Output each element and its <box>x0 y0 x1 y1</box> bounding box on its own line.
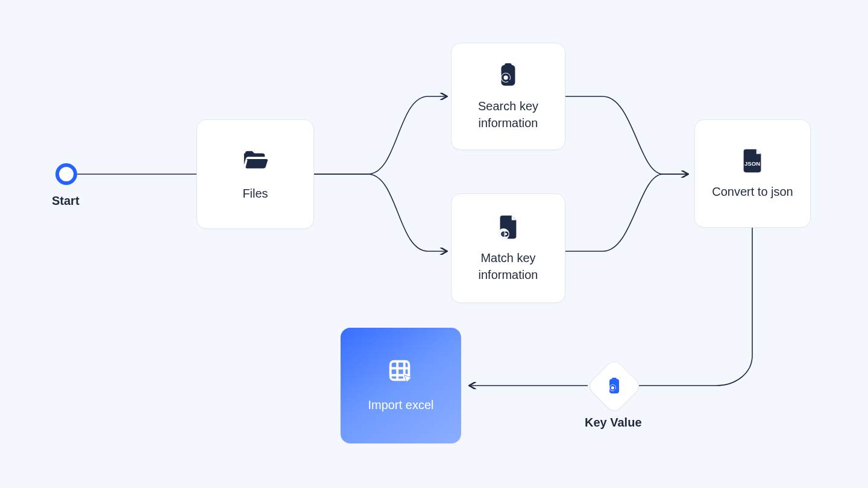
folder-open-icon <box>242 146 269 174</box>
flow-canvas: Start Files Search key information Match… <box>0 0 868 488</box>
clipboard-search-icon-accent <box>605 377 624 396</box>
node-match[interactable]: Match key information <box>451 193 565 303</box>
node-import-label: Import excel <box>368 396 434 413</box>
svg-rect-8 <box>612 378 617 381</box>
node-convert-label: Convert to json <box>712 183 793 200</box>
node-search-label: Search key information <box>462 98 554 131</box>
file-link-icon <box>494 213 522 241</box>
node-search[interactable]: Search key information <box>451 43 565 150</box>
svg-text:JSON: JSON <box>744 160 760 167</box>
decision-keyvalue-label: Key Value <box>585 416 642 430</box>
start-node[interactable] <box>55 163 77 185</box>
node-match-label: Match key information <box>462 249 554 283</box>
node-import[interactable]: Import excel <box>341 328 461 443</box>
file-json-icon: JSON <box>739 147 767 175</box>
node-files[interactable]: Files <box>197 119 314 229</box>
node-files-label: Files <box>242 185 268 202</box>
grid-edit-icon <box>387 358 415 386</box>
node-convert[interactable]: JSON Convert to json <box>694 119 811 228</box>
svg-rect-1 <box>505 63 512 68</box>
clipboard-search-icon <box>494 61 522 89</box>
start-label: Start <box>52 194 80 208</box>
decision-keyvalue[interactable] <box>586 358 642 414</box>
